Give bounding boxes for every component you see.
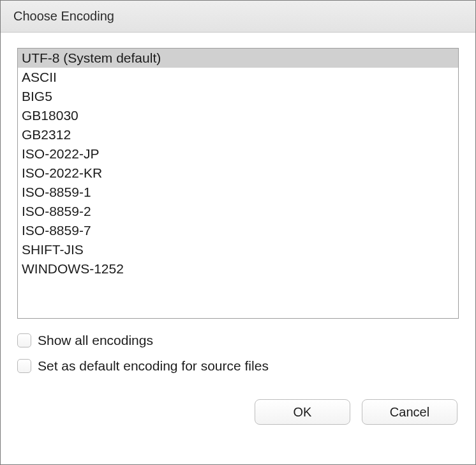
encoding-list-item[interactable]: ISO-8859-1 [18,183,458,202]
set-default-encoding-checkbox[interactable] [17,359,31,373]
dialog-content: UTF-8 (System default)ASCIIBIG5GB18030GB… [1,33,475,464]
ok-button[interactable]: OK [255,399,350,425]
choose-encoding-dialog: Choose Encoding UTF-8 (System default)AS… [0,0,476,465]
encoding-list-item[interactable]: ISO-2022-KR [18,164,458,183]
show-all-encodings-checkbox[interactable] [17,333,31,347]
encoding-list-item[interactable]: SHIFT-JIS [18,240,458,259]
cancel-button[interactable]: Cancel [362,399,457,425]
encoding-list-item[interactable]: GB18030 [18,106,458,125]
encoding-list-item[interactable]: ISO-8859-7 [18,221,458,240]
dialog-title: Choose Encoding [13,9,114,24]
encoding-list-item[interactable]: ISO-2022-JP [18,144,458,164]
show-all-encodings-row: Show all encodings [17,333,459,348]
encoding-list-item[interactable]: BIG5 [18,87,458,106]
show-all-encodings-label: Show all encodings [38,333,153,348]
set-default-encoding-row: Set as default encoding for source files [17,358,459,374]
encoding-list-item[interactable]: UTF-8 (System default) [18,49,458,68]
dialog-button-row: OK Cancel [17,399,459,425]
encoding-listbox[interactable]: UTF-8 (System default)ASCIIBIG5GB18030GB… [17,48,459,319]
encoding-list-item[interactable]: GB2312 [18,125,458,144]
dialog-titlebar: Choose Encoding [1,1,475,33]
encoding-list-item[interactable]: ISO-8859-2 [18,202,458,221]
set-default-encoding-label: Set as default encoding for source files [38,358,269,374]
encoding-list-item[interactable]: WINDOWS-1252 [18,259,458,278]
encoding-list-item[interactable]: ASCII [18,68,458,87]
